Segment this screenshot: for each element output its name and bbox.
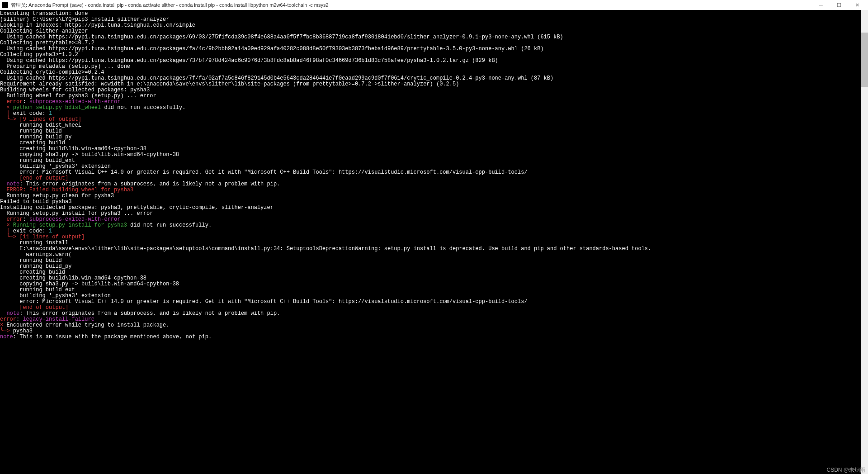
terminal-line: note: This is an issue with the package …	[0, 334, 868, 340]
terminal-line: warnings.warn(	[0, 252, 868, 258]
terminal-line: copying sha3.py -> build\lib.win-amd64-c…	[0, 281, 868, 287]
terminal-line: Running setup.py clean for pysha3	[0, 193, 868, 199]
window-controls: ─ ☐ ✕	[812, 0, 866, 10]
terminal-line: Building wheel for pysha3 (setup.py) ...…	[0, 93, 868, 99]
terminal-line: Using cached https://pypi.tuna.tsinghua.…	[0, 34, 868, 40]
terminal-line: ╰─> [11 lines of output]	[0, 234, 868, 240]
app-icon	[2, 2, 8, 8]
terminal-line: │ exit code: 1	[0, 228, 868, 234]
minimize-button[interactable]: ─	[812, 0, 830, 10]
terminal-line: running build_py	[0, 264, 868, 270]
window-title: 管理员: Anaconda Prompt (save) - conda inst…	[11, 2, 812, 9]
terminal-line: Looking in indexes: https://pypi.tuna.ts…	[0, 23, 868, 28]
terminal-line: ERROR: Failed building wheel for pysha3	[0, 187, 868, 193]
watermark: CSDN @未烟雨	[826, 467, 865, 473]
terminal-line: Running setup.py install for pysha3 ... …	[0, 211, 868, 217]
terminal-line: │ exit code: 1	[0, 111, 868, 117]
terminal-line: E:\anaconda\save\envs\slither\lib\site-p…	[0, 246, 868, 252]
terminal-line: error: Microsoft Visual C++ 14.0 or grea…	[0, 299, 868, 305]
maximize-button[interactable]: ☐	[830, 0, 848, 10]
terminal-line: Using cached https://pypi.tuna.tsinghua.…	[0, 46, 868, 52]
terminal-line: note: This error originates from a subpr…	[0, 311, 868, 317]
terminal-line: error: Microsoft Visual C++ 14.0 or grea…	[0, 170, 868, 175]
terminal-line: × python setup.py bdist_wheel did not ru…	[0, 105, 868, 111]
terminal-line: running build_ext	[0, 287, 868, 293]
window-titlebar: 管理员: Anaconda Prompt (save) - conda inst…	[0, 0, 868, 10]
terminal-line: running build	[0, 258, 868, 264]
terminal-line: ╰─> [9 lines of output]	[0, 117, 868, 123]
terminal-line: running bdist_wheel	[0, 123, 868, 128]
terminal-output[interactable]: Executing transaction: done(slither) C:\…	[0, 10, 868, 474]
terminal-line: running build	[0, 128, 868, 134]
terminal-line: running build_ext	[0, 158, 868, 164]
close-button[interactable]: ✕	[848, 0, 866, 10]
terminal-line: copying sha3.py -> build\lib.win-amd64-c…	[0, 152, 868, 158]
scrollbar-thumb[interactable]	[861, 33, 868, 87]
terminal-line: Preparing metadata (setup.py) ... done	[0, 64, 868, 70]
terminal-line: × Running setup.py install for pysha3 di…	[0, 223, 868, 228]
scrollbar[interactable]	[861, 10, 868, 474]
terminal-line: running build_py	[0, 134, 868, 140]
terminal-line: × Encountered error while trying to inst…	[0, 322, 868, 328]
